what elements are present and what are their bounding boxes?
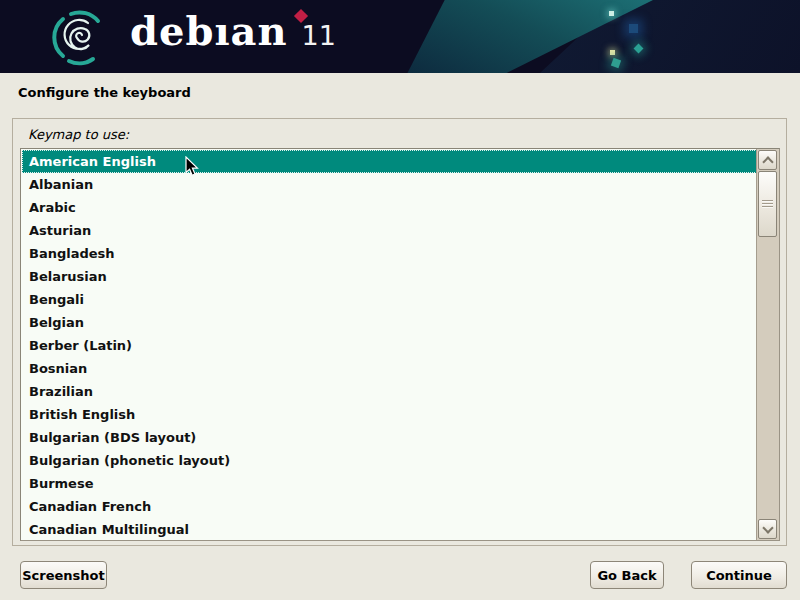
brand-text: debıan: [130, 7, 288, 55]
debian-swirl-icon: [49, 5, 111, 69]
list-item[interactable]: Belgian: [22, 311, 757, 334]
brand: debıan 11: [130, 7, 336, 55]
keymap-listbox[interactable]: American EnglishAlbanianArabicAsturianBa…: [20, 148, 780, 541]
brand-version: 11: [302, 20, 336, 51]
list-item[interactable]: American English: [22, 150, 757, 173]
list-item[interactable]: Bulgarian (BDS layout): [22, 426, 757, 449]
keymap-label: Keymap to use:: [28, 127, 129, 142]
list-item[interactable]: Albanian: [22, 173, 757, 196]
list-item[interactable]: Belarusian: [22, 265, 757, 288]
go-back-button[interactable]: Go Back: [590, 561, 664, 589]
scrollbar[interactable]: [756, 149, 779, 540]
list-item[interactable]: Berber (Latin): [22, 334, 757, 357]
continue-button[interactable]: Continue: [691, 561, 787, 589]
chevron-down-icon: [762, 522, 773, 533]
list-item[interactable]: Bangladesh: [22, 242, 757, 265]
header-art-square: [629, 24, 638, 33]
chevron-up-icon: [762, 156, 773, 167]
scroll-up-button[interactable]: [758, 150, 777, 170]
list-item[interactable]: Canadian Multilingual: [22, 518, 757, 540]
header-art-square: [610, 50, 615, 55]
list-item[interactable]: Bulgarian (phonetic layout): [22, 449, 757, 472]
list-item[interactable]: Canadian French: [22, 495, 757, 518]
header-art-square: [609, 11, 614, 16]
list-item[interactable]: Burmese: [22, 472, 757, 495]
header-banner: debıan 11: [0, 0, 800, 73]
list-item[interactable]: Brazilian: [22, 380, 757, 403]
list-item[interactable]: Bosnian: [22, 357, 757, 380]
page-title: Configure the keyboard: [18, 85, 191, 100]
list-item[interactable]: Bengali: [22, 288, 757, 311]
screenshot-button[interactable]: Screenshot: [20, 561, 107, 589]
scrollbar-thumb[interactable]: [758, 171, 777, 237]
installer-window: debıan 11 Configure the keyboard Keymap …: [0, 0, 800, 600]
list-item[interactable]: British English: [22, 403, 757, 426]
list-item[interactable]: Arabic: [22, 196, 757, 219]
scrollbar-grip: [762, 200, 773, 208]
list-item[interactable]: Asturian: [22, 219, 757, 242]
scroll-down-button[interactable]: [758, 519, 777, 539]
keymap-list: American EnglishAlbanianArabicAsturianBa…: [22, 150, 757, 540]
